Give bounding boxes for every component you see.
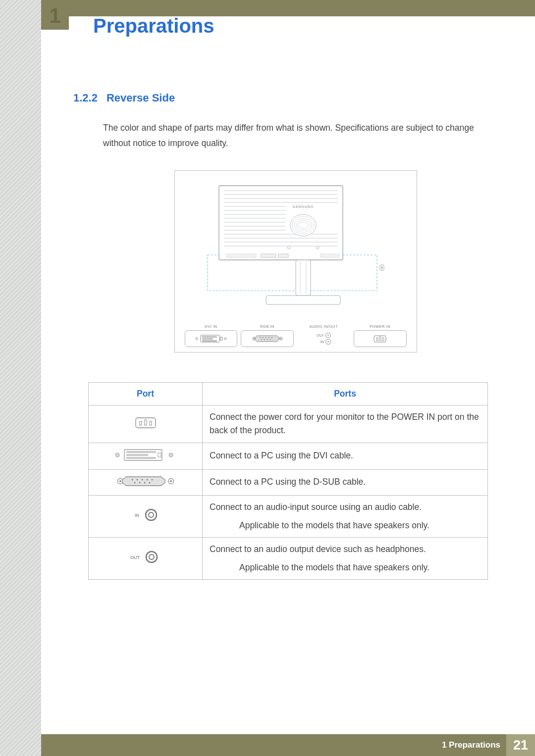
desc-note: Applicable to the models that have speak… bbox=[210, 561, 481, 574]
ports-table: Port Ports Connect the power cord for yo bbox=[88, 382, 488, 580]
svg-point-75 bbox=[131, 479, 133, 480]
audio-jack-icon bbox=[325, 333, 331, 338]
svg-rect-35 bbox=[266, 296, 340, 304]
chapter-number-icon: 1 bbox=[41, 0, 69, 30]
power-in-icon bbox=[132, 415, 160, 430]
svg-point-49 bbox=[266, 337, 267, 338]
svg-rect-43 bbox=[220, 337, 222, 340]
svg-rect-2 bbox=[208, 255, 377, 291]
svg-point-82 bbox=[144, 482, 145, 483]
svg-point-53 bbox=[264, 339, 265, 340]
svg-point-80 bbox=[134, 482, 135, 483]
svg-rect-32 bbox=[296, 260, 311, 296]
desc-cell: Connect to a PC using the D-SUB cable. bbox=[203, 469, 488, 495]
port-power-in: POWER IN bbox=[354, 324, 407, 347]
port-label: DVI IN bbox=[205, 324, 217, 329]
section-number: 1.2.2 bbox=[73, 92, 98, 104]
svg-rect-28 bbox=[226, 254, 256, 257]
svg-rect-29 bbox=[261, 254, 276, 257]
port-label: POWER IN bbox=[370, 324, 390, 329]
diagram-box: SAMSUNG bbox=[174, 170, 417, 353]
svg-point-55 bbox=[270, 339, 271, 340]
svg-point-52 bbox=[261, 339, 262, 340]
page-title: Preparations bbox=[93, 15, 214, 37]
svg-rect-31 bbox=[321, 254, 339, 257]
svg-rect-71 bbox=[158, 453, 161, 457]
monitor-illustration: SAMSUNG bbox=[197, 181, 395, 314]
svg-rect-42 bbox=[202, 340, 217, 342]
top-bar bbox=[41, 0, 535, 16]
table-row: OUT Connect to an audio output device su… bbox=[89, 537, 488, 579]
table-row: IN Connect to an audio-input source usin… bbox=[89, 495, 488, 537]
svg-point-50 bbox=[268, 337, 269, 338]
svg-text:1: 1 bbox=[49, 4, 60, 27]
left-gutter bbox=[0, 0, 41, 756]
port-audio: AUDIO IN/OUT OUT IN bbox=[297, 324, 350, 347]
footer-page-number: 21 bbox=[506, 734, 535, 756]
desc-cell: Connect the power cord for your monitor … bbox=[203, 405, 488, 443]
desc-note: Applicable to the models that have speak… bbox=[210, 519, 481, 532]
svg-point-90 bbox=[146, 552, 157, 562]
desc-text: Connect to an audio output device such a… bbox=[210, 544, 426, 554]
ports-table-wrap: Port Ports Connect the power cord for yo bbox=[88, 382, 488, 580]
section-heading: 1.2.2Reverse Side bbox=[73, 92, 488, 104]
ports-row: DVI IN bbox=[185, 324, 407, 347]
svg-rect-37 bbox=[381, 266, 382, 269]
svg-point-77 bbox=[141, 479, 143, 480]
chapter-tab: 1 bbox=[41, 0, 69, 30]
kensington-lock-icon bbox=[380, 265, 384, 270]
svg-point-44 bbox=[224, 338, 226, 340]
intro-paragraph: The color and shape of parts may differ … bbox=[103, 120, 488, 151]
dvi-icon bbox=[194, 334, 228, 343]
svg-point-54 bbox=[267, 339, 268, 340]
audio-jack-icon bbox=[325, 339, 331, 345]
th-ports-desc: Ports bbox=[203, 383, 488, 405]
svg-point-47 bbox=[260, 337, 261, 338]
svg-point-85 bbox=[170, 480, 172, 482]
port-label: RGB IN bbox=[260, 324, 274, 329]
power-in-icon bbox=[370, 334, 390, 344]
desc-cell: Connect to an audio-input source using a… bbox=[203, 495, 488, 537]
svg-point-57 bbox=[280, 338, 281, 339]
diagram-area: SAMSUNG bbox=[103, 170, 488, 353]
section-title: Reverse Side bbox=[107, 92, 175, 104]
desc-cell: Connect to a PC using the DVI cable. bbox=[203, 443, 488, 469]
svg-point-26 bbox=[287, 246, 290, 249]
port-rgb-in: RGB IN bbox=[241, 324, 294, 347]
content-area: 1.2.2Reverse Side The color and shape of… bbox=[73, 92, 488, 580]
table-row: Connect to a PC using the D-SUB cable. bbox=[89, 469, 488, 495]
table-row: Connect to a PC using the DVI cable. bbox=[89, 443, 488, 469]
audio-in-label: IN bbox=[321, 340, 324, 344]
dvi-icon bbox=[108, 448, 183, 462]
svg-point-78 bbox=[146, 479, 148, 480]
footer-bar: 1 Preparations 21 bbox=[41, 734, 535, 756]
svg-point-48 bbox=[263, 337, 264, 338]
th-port: Port bbox=[89, 383, 203, 405]
svg-rect-70 bbox=[126, 457, 156, 459]
svg-point-79 bbox=[151, 479, 153, 480]
table-header-row: Port Ports bbox=[89, 383, 488, 405]
svg-point-81 bbox=[139, 482, 140, 483]
footer-label: 1 Preparations bbox=[442, 740, 500, 750]
svg-rect-3 bbox=[219, 186, 343, 260]
svg-rect-69 bbox=[126, 454, 148, 456]
svg-point-66 bbox=[115, 453, 119, 457]
port-icon-cell: IN bbox=[89, 495, 203, 537]
svg-rect-30 bbox=[278, 254, 288, 257]
svg-point-74 bbox=[119, 480, 121, 482]
port-icon-cell bbox=[89, 405, 203, 443]
audio-out-icon: OUT bbox=[122, 549, 169, 565]
svg-text:SAMSUNG: SAMSUNG bbox=[292, 205, 313, 208]
audio-in-icon: IN bbox=[123, 507, 168, 523]
svg-point-88 bbox=[149, 512, 154, 517]
svg-point-91 bbox=[149, 554, 154, 559]
svg-text:IN: IN bbox=[135, 513, 139, 518]
svg-rect-40 bbox=[202, 336, 217, 338]
svg-rect-68 bbox=[126, 451, 156, 453]
table-row: Connect the power cord for your monitor … bbox=[89, 405, 488, 443]
svg-point-76 bbox=[136, 479, 138, 480]
audio-out-label: OUT bbox=[317, 334, 324, 337]
svg-text:OUT: OUT bbox=[130, 555, 140, 560]
svg-point-27 bbox=[316, 246, 319, 249]
svg-point-72 bbox=[169, 453, 173, 457]
